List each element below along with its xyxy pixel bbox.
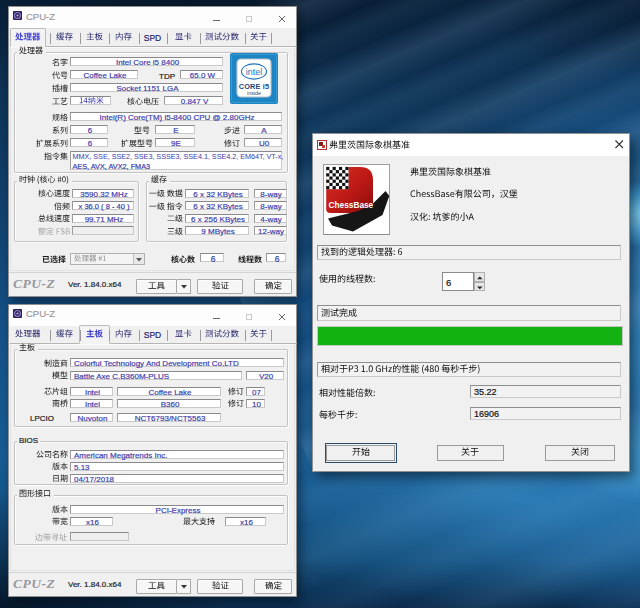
svg-text:ChessBase: ChessBase [328, 200, 373, 210]
svg-text:inside: inside [247, 90, 261, 96]
svg-text:intel: intel [246, 67, 263, 77]
